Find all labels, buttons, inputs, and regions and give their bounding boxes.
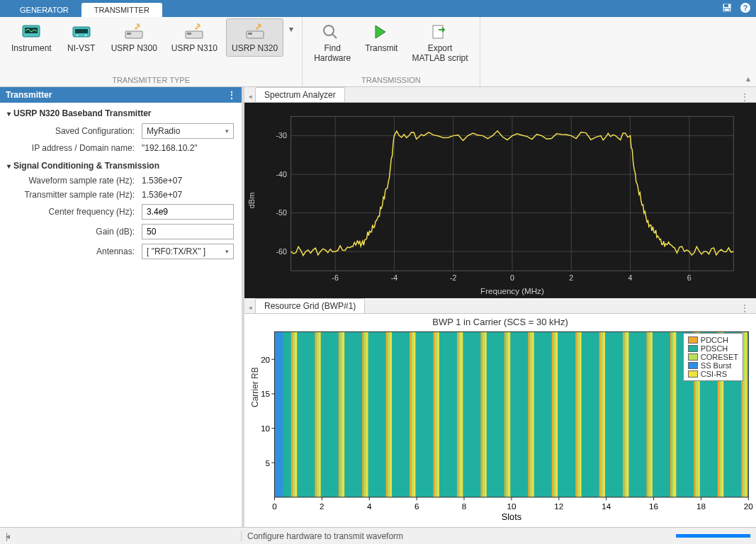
n320-icon (244, 23, 266, 42)
tab-generator[interactable]: GENERATOR (7, 3, 81, 17)
antennas-label: Antennas: (0, 246, 142, 256)
svg-rect-69 (437, 332, 439, 497)
help-icon[interactable]: ? (739, 1, 752, 14)
play-icon (370, 23, 393, 42)
section-baseband[interactable]: USRP N320 Baseband Transmitter (0, 103, 242, 121)
svg-rect-60 (366, 332, 368, 497)
ip-value: "192.168.10.2" (142, 143, 234, 153)
svg-rect-75 (484, 332, 486, 497)
svg-text:12: 12 (554, 502, 563, 511)
n300-icon (123, 23, 145, 42)
section-signal[interactable]: Signal Conditioning & Transmission (0, 155, 242, 174)
svg-text:18: 18 (696, 502, 706, 511)
svg-text:4: 4 (367, 502, 372, 511)
export-icon (429, 23, 451, 42)
resource-chart: Carrier RB 024681012141618205101520Slots… (244, 327, 756, 527)
svg-text:0: 0 (510, 273, 514, 282)
svg-rect-77 (506, 332, 508, 497)
svg-rect-68 (435, 332, 437, 497)
svg-rect-19 (248, 33, 252, 35)
svg-rect-87 (579, 332, 581, 497)
panel-menu-icon[interactable]: ⋮ (227, 90, 236, 100)
n300-button[interactable]: USRP N300 (106, 18, 163, 57)
svg-point-17 (256, 28, 258, 30)
n320-button[interactable]: USRP N320 (226, 18, 283, 57)
svg-rect-65 (412, 332, 414, 497)
svg-text:-60: -60 (276, 247, 286, 256)
svg-rect-63 (390, 332, 392, 497)
panel-title: Transmitter ⋮ (0, 87, 242, 103)
svg-text:10: 10 (507, 502, 516, 511)
svg-rect-72 (461, 332, 463, 497)
svg-text:8: 8 (462, 502, 466, 511)
n310-button[interactable]: USRP N310 (166, 18, 223, 57)
nivst-button[interactable]: NI-VST (60, 18, 103, 57)
tab-transmitter[interactable]: TRANSMITTER (81, 3, 162, 17)
svg-rect-1 (724, 4, 728, 7)
svg-rect-48 (274, 332, 283, 497)
svg-rect-98 (672, 332, 674, 497)
tx-rate-value: 1.536e+07 (142, 190, 234, 200)
gain-input[interactable] (142, 224, 234, 239)
svg-point-14 (196, 28, 198, 30)
svg-rect-16 (187, 33, 191, 35)
svg-text:5: 5 (266, 458, 270, 468)
find-label: Find Hardware (314, 44, 351, 64)
svg-text:0: 0 (272, 502, 277, 511)
svg-rect-50 (293, 332, 295, 497)
spectrum-tabs-menu[interactable]: ⋮ (733, 92, 756, 102)
svg-rect-89 (601, 332, 603, 497)
svg-text:Frequency (MHz): Frequency (MHz) (480, 286, 544, 295)
svg-rect-71 (458, 332, 461, 497)
svg-rect-108 (745, 332, 747, 497)
svg-rect-58 (362, 332, 364, 497)
nivst-label: NI-VST (67, 44, 95, 54)
tab-resource-grid[interactable]: Resource Grid (BWP#1) (255, 298, 365, 313)
svg-text:20: 20 (744, 502, 753, 511)
resource-tabs-menu[interactable]: ⋮ (733, 303, 756, 313)
svg-rect-93 (626, 332, 628, 497)
n320-label: USRP N320 (232, 44, 278, 54)
transmission-group-label: TRANSMISSION (308, 76, 473, 86)
svg-rect-92 (625, 332, 627, 497)
svg-rect-83 (553, 332, 555, 497)
svg-text:6: 6 (414, 502, 419, 511)
svg-text:-6: -6 (332, 273, 339, 282)
saved-config-select[interactable]: MyRadio (142, 123, 234, 139)
instrument-button[interactable]: Instrument (6, 18, 57, 57)
svg-text:-50: -50 (276, 208, 286, 217)
n310-label: USRP N310 (171, 44, 218, 54)
svg-rect-57 (342, 332, 344, 497)
svg-text:4: 4 (628, 273, 633, 282)
svg-rect-51 (295, 332, 297, 497)
collapse-ribbon-icon[interactable]: ▴ (740, 17, 756, 86)
find-hardware-button[interactable]: Find Hardware (308, 18, 356, 67)
export-button[interactable]: Export MATLAB script (406, 18, 473, 67)
center-frequency-input[interactable] (142, 204, 234, 220)
transmit-button[interactable]: Transmit (359, 18, 403, 57)
progress-bar (676, 534, 750, 538)
nivst-icon (70, 23, 93, 42)
svg-rect-13 (127, 33, 131, 35)
svg-rect-107 (743, 332, 745, 497)
svg-text:6: 6 (687, 273, 692, 282)
save-icon[interactable] (721, 1, 733, 14)
svg-rect-56 (340, 332, 342, 497)
spectrum-chart: dBm -30-40-50-60-6-4-20246Frequency (MHz… (244, 103, 756, 298)
antennas-select[interactable]: [ "RF0:TX/RX" ] (142, 244, 234, 259)
tab-spectrum-analyzer[interactable]: Spectrum Analyzer (255, 87, 345, 102)
resource-tabs: Resource Grid (BWP#1) ⋮ (244, 298, 756, 314)
svg-rect-80 (530, 332, 532, 497)
svg-text:10: 10 (261, 424, 270, 433)
svg-text:-2: -2 (450, 273, 457, 282)
wf-rate-label: Waveform sample rate (Hz): (0, 176, 142, 186)
status-prev-icon[interactable] (6, 531, 241, 541)
svg-text:?: ? (743, 4, 748, 12)
svg-rect-53 (317, 332, 319, 497)
svg-rect-94 (647, 332, 649, 497)
svg-rect-86 (577, 332, 580, 497)
instrument-icon (20, 23, 43, 42)
transmitter-type-dropdown[interactable]: ▾ (286, 18, 296, 34)
svg-rect-79 (528, 332, 530, 497)
svg-rect-61 (386, 332, 388, 497)
